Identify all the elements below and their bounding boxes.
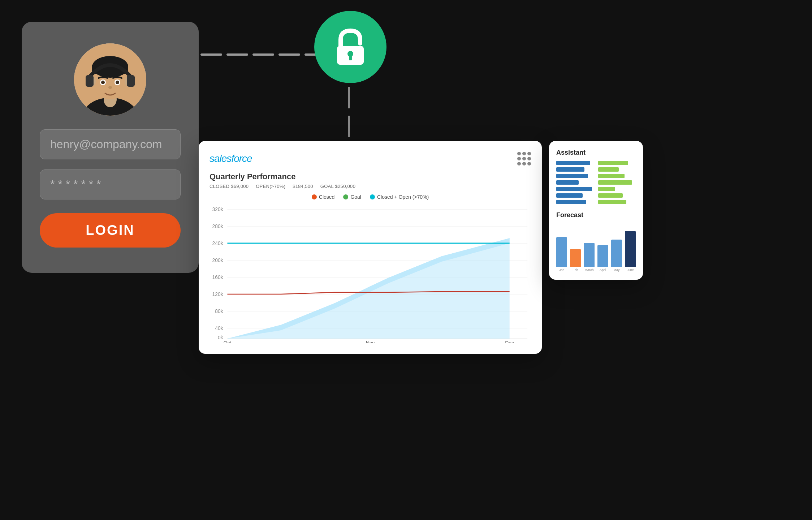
svg-text:80k: 80k [215, 308, 223, 314]
chart-stats: CLOSED $69,000 OPEN(>70%) $184,500 GOAL … [210, 184, 531, 189]
assistant-title: Assistant [556, 149, 636, 156]
vertical-connection [348, 87, 350, 137]
chart-title: Quarterly Performance [210, 172, 531, 181]
forecast-title: Forecast [556, 211, 636, 219]
svg-rect-10 [86, 75, 94, 87]
svg-text:0k: 0k [218, 335, 223, 340]
salesforce-logo: salesforce [210, 153, 252, 164]
svg-text:Dec: Dec [505, 340, 514, 343]
svg-point-14 [101, 81, 105, 84]
assistant-bars [556, 161, 636, 204]
svg-point-15 [116, 81, 119, 84]
right-panel: Assistant Forecast [549, 141, 643, 280]
unlock-icon [314, 11, 386, 83]
email-input[interactable] [40, 129, 181, 159]
password-input[interactable] [40, 169, 181, 199]
legend-closed: Closed [312, 194, 335, 200]
svg-text:280k: 280k [212, 223, 223, 229]
svg-text:40k: 40k [215, 325, 223, 331]
svg-text:320k: 320k [212, 206, 223, 212]
svg-text:120k: 120k [212, 291, 223, 297]
dashboard-card: salesforce Quarterly Performance CLOSED … [199, 141, 542, 354]
login-button[interactable]: LOGIN [40, 213, 181, 248]
assistant-section: Assistant [556, 149, 636, 204]
svg-text:Oct: Oct [224, 340, 232, 343]
forecast-x-labels: Jan Feb March April May June [556, 268, 636, 272]
forecast-bars [556, 223, 636, 267]
svg-text:240k: 240k [212, 240, 223, 246]
svg-text:200k: 200k [212, 257, 223, 263]
legend-goal: Goal [343, 194, 361, 200]
app-grid-icon[interactable] [517, 152, 531, 166]
quarterly-chart: 320k 280k 240k 200k 160k 120k 80k 40k 0k [210, 206, 531, 343]
chart-legend: Closed Goal Closed + Open (>70%) [210, 194, 531, 200]
forecast-section: Forecast Jan Feb March April May June [556, 211, 636, 272]
svg-text:Nov: Nov [366, 340, 375, 343]
svg-rect-19 [349, 55, 352, 60]
svg-rect-11 [127, 75, 135, 87]
svg-marker-39 [227, 238, 509, 339]
avatar [74, 43, 146, 116]
svg-text:160k: 160k [212, 274, 223, 280]
login-card: LOGIN [22, 22, 199, 273]
legend-closed-open: Closed + Open (>70%) [370, 194, 429, 200]
svg-point-16 [108, 86, 112, 89]
